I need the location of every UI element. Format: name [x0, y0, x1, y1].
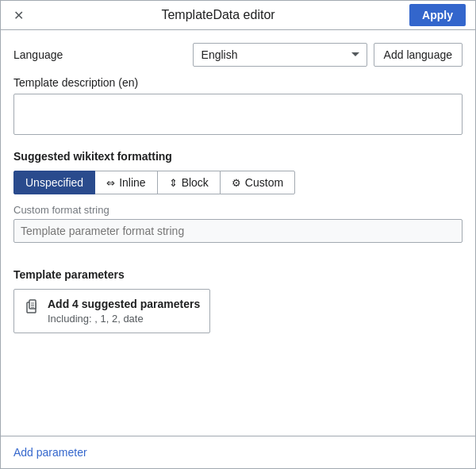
format-inline-label: Inline — [119, 176, 145, 189]
parameters-section: Template parameters Add 4 suggested para… — [13, 268, 463, 333]
custom-format-label: Custom format string — [13, 204, 463, 216]
parameters-title: Template parameters — [13, 268, 463, 281]
format-block-label: Block — [182, 176, 209, 189]
format-custom-label: Custom — [245, 176, 283, 189]
suggested-params-description: Including: , 1, 2, date — [48, 313, 144, 325]
close-icon — [13, 8, 24, 23]
dialog-footer: Add parameter — [1, 436, 475, 468]
add-language-button[interactable]: Add language — [374, 43, 463, 67]
format-btn-custom[interactable]: ⚙ Custom — [220, 171, 295, 194]
description-textarea[interactable] — [13, 94, 463, 135]
language-label: Language — [13, 48, 63, 61]
formatting-title: Suggested wikitext formatting — [13, 150, 463, 163]
suggested-params-text: Add 4 suggested parameters Including: , … — [48, 298, 200, 325]
custom-format-input[interactable] — [13, 219, 463, 243]
format-btn-unspecified[interactable]: Unspecified — [13, 171, 95, 194]
block-icon: ⇕ — [169, 177, 178, 189]
suggested-params-label: Add 4 suggested parameters — [48, 298, 200, 310]
format-btn-inline[interactable]: ⇔ Inline — [94, 171, 157, 194]
inline-icon: ⇔ — [106, 177, 115, 189]
add-parameter-button[interactable]: Add parameter — [13, 443, 87, 462]
apply-button[interactable]: Apply — [409, 4, 466, 26]
close-button[interactable] — [10, 5, 27, 26]
formatting-section: Suggested wikitext formatting Unspecifie… — [13, 150, 463, 256]
dialog-header: TemplateData editor Apply — [1, 1, 475, 30]
format-buttons-group: Unspecified ⇔ Inline ⇕ Block ⚙ Custom — [13, 171, 463, 194]
language-select-wrap: English Add language — [193, 43, 463, 67]
format-btn-block[interactable]: ⇕ Block — [157, 171, 221, 194]
language-row: Language English Add language — [13, 43, 463, 67]
format-unspecified-label: Unspecified — [25, 176, 83, 189]
description-section: Template description (en) — [13, 76, 463, 150]
suggested-params-icon — [24, 298, 40, 318]
gear-icon: ⚙ — [232, 177, 241, 189]
language-select[interactable]: English — [193, 43, 367, 67]
dialog-title: TemplateData editor — [27, 8, 409, 22]
add-suggested-params-button[interactable]: Add 4 suggested parameters Including: , … — [13, 289, 210, 333]
templatedata-editor-dialog: TemplateData editor Apply Language Engli… — [0, 0, 476, 469]
description-label: Template description (en) — [13, 76, 463, 89]
dialog-content: Language English Add language Template d… — [1, 30, 475, 436]
